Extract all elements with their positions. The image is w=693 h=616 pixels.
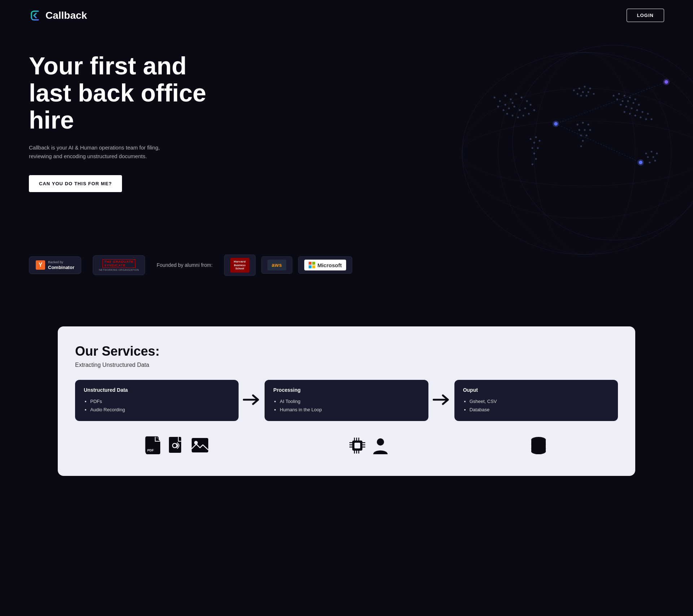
svg-point-30 bbox=[589, 88, 591, 90]
services-subtitle: Extracting Unstructured Data bbox=[75, 362, 618, 368]
svg-point-20 bbox=[497, 106, 499, 108]
svg-point-15 bbox=[524, 108, 526, 109]
pipeline-box-3-list: Gsheet, CSV Database bbox=[463, 397, 609, 414]
svg-rect-102 bbox=[192, 438, 208, 452]
svg-line-97 bbox=[556, 124, 641, 162]
services-section: Our Services: Extracting Unstructured Da… bbox=[0, 305, 693, 498]
svg-point-33 bbox=[588, 91, 589, 93]
svg-point-61 bbox=[642, 111, 644, 113]
pdf-icon: PDF bbox=[144, 436, 163, 455]
svg-point-48 bbox=[618, 93, 620, 95]
svg-point-45 bbox=[582, 140, 584, 142]
svg-point-42 bbox=[589, 129, 591, 131]
svg-point-14 bbox=[530, 104, 532, 106]
svg-point-83 bbox=[535, 158, 537, 160]
pipeline-arrow-2 bbox=[428, 393, 454, 408]
pipeline-box-1-list: PDFs Audio Recording bbox=[84, 397, 230, 414]
svg-text:PDF: PDF bbox=[147, 448, 154, 452]
svg-point-75 bbox=[649, 162, 651, 164]
hero-title: Your first and last back office hire bbox=[29, 52, 231, 133]
svg-point-118 bbox=[377, 438, 384, 446]
svg-point-67 bbox=[645, 118, 647, 120]
pipeline-arrow-1 bbox=[239, 393, 265, 408]
svg-point-25 bbox=[512, 115, 514, 117]
social-proof-bar: Y Backed by Combinator THE GRADUATESYNDI… bbox=[0, 255, 693, 305]
svg-point-51 bbox=[635, 99, 636, 100]
svg-point-69 bbox=[645, 153, 647, 155]
pipeline-box-output: Ouput Gsheet, CSV Database bbox=[454, 380, 618, 421]
microsoft-logo: Microsoft bbox=[304, 260, 346, 270]
svg-point-43 bbox=[580, 135, 582, 136]
svg-point-4 bbox=[462, 121, 693, 186]
pipeline-item: AI Tooling bbox=[280, 397, 419, 405]
svg-point-138 bbox=[531, 442, 546, 447]
pipeline-box-input: Unstructured Data PDFs Audio Recording bbox=[75, 380, 239, 421]
svg-point-60 bbox=[636, 109, 638, 111]
yc-logo-icon: Y bbox=[36, 260, 45, 270]
svg-point-29 bbox=[584, 86, 586, 88]
pipeline-item: Humans in the Loop bbox=[280, 405, 419, 414]
svg-point-54 bbox=[627, 100, 629, 102]
hero-content: Your first and last back office hire Cal… bbox=[29, 52, 231, 192]
svg-point-59 bbox=[631, 108, 633, 109]
svg-point-21 bbox=[533, 109, 535, 111]
svg-point-10 bbox=[505, 104, 506, 106]
svg-point-66 bbox=[640, 117, 642, 118]
login-button[interactable]: LOGIN bbox=[627, 9, 664, 22]
yc-name: Combinator bbox=[48, 265, 74, 270]
svg-point-32 bbox=[577, 93, 579, 95]
svg-point-78 bbox=[533, 142, 535, 144]
svg-point-34 bbox=[593, 93, 595, 95]
svg-point-31 bbox=[582, 91, 584, 93]
svg-point-28 bbox=[579, 88, 580, 90]
svg-point-12 bbox=[494, 97, 496, 99]
svg-point-39 bbox=[588, 124, 589, 126]
yc-backed-label: Backed by bbox=[48, 260, 74, 265]
founded-text: Founded by alumni from: bbox=[157, 262, 213, 268]
svg-point-58 bbox=[626, 106, 627, 108]
svg-point-36 bbox=[586, 95, 588, 97]
svg-point-55 bbox=[633, 102, 635, 104]
pipeline-box-processing: Processing AI Tooling Humans in the Loop bbox=[265, 380, 428, 421]
ms-grid-icon bbox=[309, 262, 315, 268]
svg-point-40 bbox=[584, 129, 586, 131]
pipeline-item: Audio Recording bbox=[90, 405, 230, 414]
syndicate-sub: NETWORKING ORGANIZATION bbox=[99, 269, 139, 271]
database-icon bbox=[528, 435, 549, 456]
pipeline-item: Database bbox=[470, 405, 609, 414]
aws-logo: aws bbox=[267, 260, 287, 270]
pipeline-box-2-list: AI Tooling Humans in the Loop bbox=[273, 397, 419, 414]
syndicate-badge: THE GRADUATESYNDICATE NETWORKING ORGANIZ… bbox=[93, 255, 145, 275]
hbs-badge: Harvard Business School bbox=[224, 255, 256, 276]
svg-point-22 bbox=[528, 113, 530, 115]
logo: Callback bbox=[29, 9, 87, 22]
svg-point-68 bbox=[651, 118, 653, 120]
svg-point-11 bbox=[499, 100, 501, 102]
svg-point-0 bbox=[462, 52, 693, 255]
logo-text: Callback bbox=[45, 10, 87, 21]
svg-point-52 bbox=[616, 99, 618, 100]
microsoft-badge: Microsoft bbox=[298, 256, 352, 274]
pipeline-flow: Unstructured Data PDFs Audio Recording P… bbox=[75, 380, 618, 421]
cta-button[interactable]: CAN YOU DO THIS FOR ME? bbox=[29, 175, 122, 192]
hbs-logo: Harvard Business School bbox=[230, 258, 249, 273]
svg-point-9 bbox=[512, 102, 514, 104]
svg-point-80 bbox=[532, 147, 533, 149]
svg-point-56 bbox=[638, 104, 640, 106]
svg-point-71 bbox=[656, 153, 658, 155]
globe-visualization bbox=[433, 31, 693, 255]
svg-point-37 bbox=[577, 124, 579, 126]
pipeline-box-2-title: Processing bbox=[273, 387, 419, 393]
svg-point-47 bbox=[613, 95, 615, 97]
svg-point-27 bbox=[573, 90, 575, 91]
svg-point-70 bbox=[651, 151, 653, 153]
audio-icon bbox=[167, 436, 186, 455]
input-icons-group: PDF bbox=[144, 436, 209, 455]
callback-logo-icon bbox=[29, 9, 42, 22]
svg-point-72 bbox=[653, 156, 654, 158]
svg-point-79 bbox=[539, 140, 541, 142]
svg-point-44 bbox=[586, 135, 588, 136]
svg-point-81 bbox=[537, 147, 539, 149]
svg-point-63 bbox=[624, 111, 626, 113]
hero-section: Your first and last back office hire Cal… bbox=[0, 31, 693, 255]
